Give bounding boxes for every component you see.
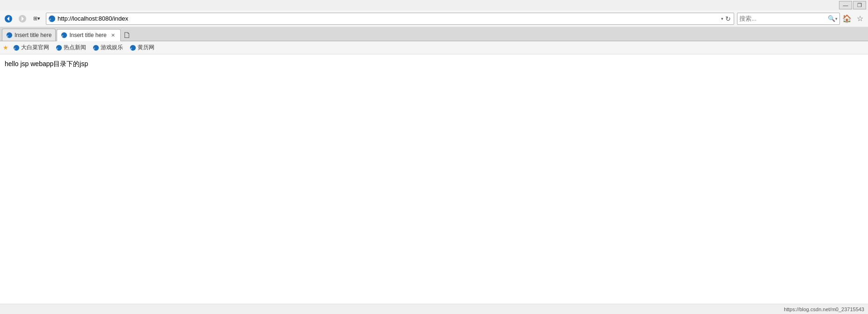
bookmark-dabai[interactable]: e 大白菜官网 bbox=[11, 43, 51, 52]
svg-text:e: e bbox=[131, 46, 132, 50]
search-input[interactable] bbox=[739, 15, 828, 22]
bookmarks-star-icon: ★ bbox=[3, 44, 8, 51]
maximize-button[interactable]: ❐ bbox=[853, 1, 866, 9]
home-button[interactable]: 🏠 bbox=[841, 13, 853, 25]
address-ie-icon: e bbox=[48, 15, 56, 22]
bookmark-1-icon: e bbox=[13, 45, 20, 51]
address-bar[interactable]: e ▾ ↻ bbox=[46, 13, 734, 25]
refresh-button[interactable]: ↻ bbox=[724, 15, 732, 22]
bookmark-4-icon: e bbox=[130, 45, 136, 51]
address-dropdown-button[interactable]: ▾ bbox=[720, 16, 724, 21]
bookmark-3-icon: e bbox=[93, 45, 99, 51]
extra-nav-icon: ⊞▾ bbox=[33, 15, 40, 22]
tab-1[interactable]: e Insert title here bbox=[2, 29, 56, 41]
minimize-button[interactable]: — bbox=[839, 1, 852, 9]
back-button[interactable] bbox=[2, 12, 15, 25]
status-text: https://blog.csdn.net/m0_23715543 bbox=[784, 307, 864, 312]
bookmarks-bar: ★ e 大白菜官网 e 热点新闻 e 游戏娱乐 bbox=[0, 41, 868, 54]
search-dropdown-icon: ▾ bbox=[835, 16, 838, 21]
tab-2-label: Insert title here bbox=[69, 32, 106, 38]
bookmark-youxi[interactable]: e 游戏娱乐 bbox=[91, 43, 125, 52]
bookmark-huangli[interactable]: e 黄历网 bbox=[128, 43, 156, 52]
title-bar: — ❐ bbox=[0, 0, 868, 10]
bookmark-2-icon: e bbox=[56, 45, 62, 51]
bookmark-2-label: 热点新闻 bbox=[64, 44, 86, 52]
back-icon bbox=[4, 15, 13, 23]
forward-button[interactable] bbox=[16, 12, 29, 25]
tab-2-close-button[interactable]: ✕ bbox=[109, 32, 117, 39]
tabs-bar: e Insert title here e Insert title here … bbox=[0, 27, 868, 41]
bookmark-3-label: 游戏娱乐 bbox=[101, 44, 123, 52]
bookmark-redian[interactable]: e 热点新闻 bbox=[54, 43, 88, 52]
bookmark-1-label: 大白菜官网 bbox=[21, 44, 49, 52]
page-text: hello jsp webapp目录下的jsp bbox=[5, 60, 863, 68]
favorites-button[interactable]: ☆ bbox=[854, 13, 866, 25]
svg-text:e: e bbox=[14, 46, 16, 50]
status-bar: https://blog.csdn.net/m0_23715543 bbox=[0, 304, 868, 314]
forward-icon bbox=[18, 15, 27, 23]
bookmark-4-label: 黄历网 bbox=[138, 44, 154, 52]
svg-text:e: e bbox=[57, 46, 58, 50]
svg-text:e: e bbox=[62, 34, 64, 38]
new-tab-icon: 🗋 bbox=[123, 30, 131, 40]
new-tab-button[interactable]: 🗋 bbox=[122, 30, 133, 41]
extra-nav-button[interactable]: ⊞▾ bbox=[30, 12, 43, 25]
window-controls: — ❐ bbox=[839, 1, 866, 9]
search-button[interactable]: 🔍 bbox=[828, 15, 835, 22]
browser-chrome: — ❐ ⊞▾ e bbox=[0, 0, 868, 54]
svg-text:e: e bbox=[49, 17, 51, 22]
tab-2[interactable]: e Insert title here ✕ bbox=[57, 29, 120, 41]
tab-1-icon: e bbox=[6, 32, 13, 38]
tab-2-icon: e bbox=[61, 32, 67, 38]
address-input[interactable] bbox=[58, 15, 720, 22]
page-content-area: hello jsp webapp目录下的jsp bbox=[0, 54, 868, 314]
svg-text:e: e bbox=[94, 46, 95, 50]
search-bar[interactable]: 🔍 ▾ bbox=[737, 13, 840, 25]
navigation-bar: ⊞▾ e ▾ ↻ 🔍 ▾ 🏠 ☆ bbox=[0, 10, 868, 27]
tab-1-label: Insert title here bbox=[15, 32, 51, 38]
svg-text:e: e bbox=[7, 33, 9, 37]
